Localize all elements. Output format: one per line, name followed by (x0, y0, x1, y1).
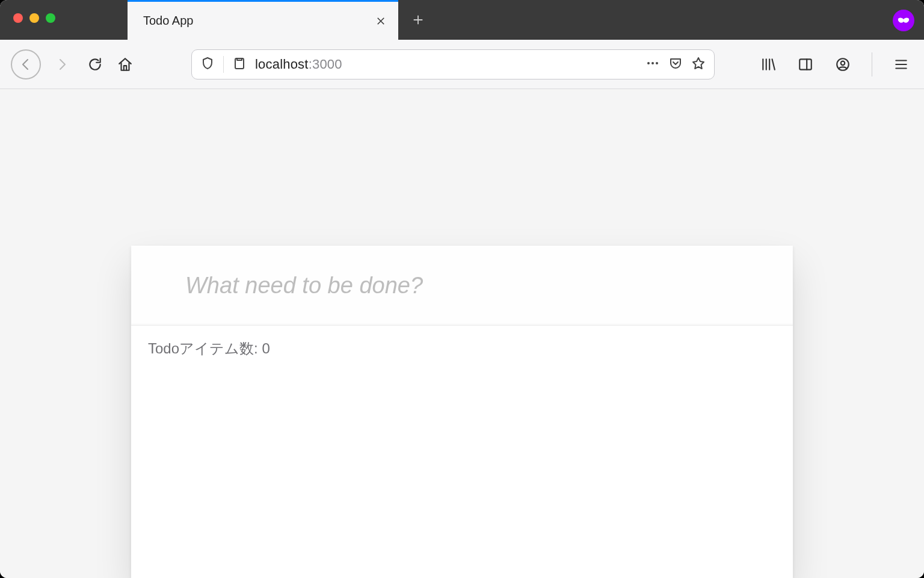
forward-button[interactable] (47, 49, 77, 79)
page-actions-icon[interactable] (645, 56, 660, 73)
svg-point-1 (647, 62, 650, 64)
close-tab-button[interactable] (375, 16, 386, 26)
svg-point-2 (651, 62, 654, 64)
address-bar[interactable]: localhost:3000 (191, 49, 715, 79)
url-text: localhost:3000 (255, 57, 637, 72)
back-button[interactable] (11, 49, 41, 79)
svg-point-6 (841, 61, 845, 65)
todo-app: Todoアイテム数: 0 (131, 246, 793, 578)
svg-point-3 (656, 62, 658, 64)
new-tab-button[interactable] (398, 0, 438, 40)
library-icon[interactable] (756, 52, 780, 76)
new-todo-input[interactable] (131, 246, 793, 325)
home-button[interactable] (113, 52, 137, 76)
pocket-icon[interactable] (668, 56, 683, 73)
tab-title: Todo App (143, 14, 375, 28)
bookmark-star-icon[interactable] (691, 56, 706, 73)
app-menu-button[interactable] (889, 52, 913, 76)
tracking-protection-icon[interactable] (200, 56, 215, 73)
toolbar-right (756, 52, 913, 76)
private-browsing-icon (893, 10, 914, 31)
url-port: :3000 (309, 57, 342, 72)
account-icon[interactable] (831, 52, 855, 76)
window-zoom-button[interactable] (46, 13, 55, 23)
todo-count-label: Todoアイテム数: 0 (131, 325, 793, 371)
navigation-toolbar: localhost:3000 (0, 40, 924, 89)
reload-button[interactable] (83, 52, 107, 76)
sidebar-icon[interactable] (793, 52, 818, 76)
site-info-icon[interactable] (232, 56, 247, 73)
window-minimize-button[interactable] (29, 13, 39, 23)
window-controls (13, 13, 55, 23)
browser-tab[interactable]: Todo App (128, 0, 398, 40)
browser-window: Todo App (0, 0, 924, 578)
svg-rect-4 (799, 59, 812, 69)
page-viewport: Todoアイテム数: 0 (0, 89, 924, 578)
url-host: localhost (255, 57, 309, 72)
url-separator (223, 56, 224, 73)
window-close-button[interactable] (13, 13, 23, 23)
toolbar-divider (872, 52, 872, 76)
titlebar: Todo App (0, 0, 924, 40)
